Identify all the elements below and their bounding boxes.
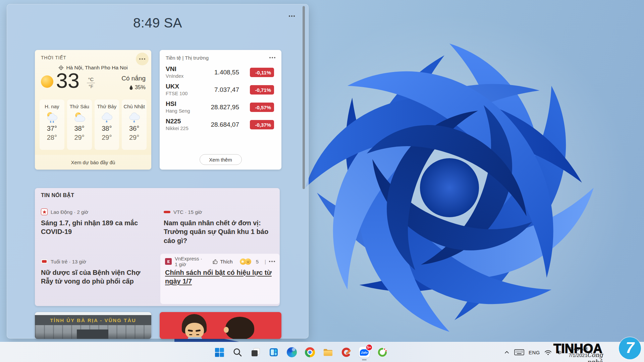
- forecast-low: 29°: [67, 134, 92, 141]
- news-item[interactable]: Lao Động · 2 giờ Sáng 1.7, ghi nhận 189 …: [41, 208, 152, 236]
- cloud-rain-icon: [100, 112, 113, 123]
- news-preview-card-building[interactable]: TỈNH ỦY BÀ RỊA - VŨNG TÀU: [35, 312, 151, 339]
- news-item[interactable]: VTC · 15 giờ Nam quân nhân chết ở đơn vị…: [164, 208, 276, 245]
- forecast-day-friday[interactable]: Thứ Sáu 38° 29°: [67, 100, 92, 150]
- finance-title: Tiền tệ | Thị trường: [166, 55, 209, 61]
- news-item-more-options-button[interactable]: [269, 258, 275, 265]
- more-options-icon: [139, 58, 141, 60]
- unit-fahrenheit[interactable]: °F: [89, 84, 93, 89]
- widgets-icon: [269, 347, 279, 357]
- tray-expand-button[interactable]: [504, 350, 510, 355]
- finance-more-options-button[interactable]: [267, 53, 278, 62]
- temperature-unit-toggle[interactable]: °C °F: [86, 76, 96, 89]
- wifi-icon[interactable]: [544, 350, 552, 355]
- news-headline[interactable]: Nam quân nhân chết ở đơn vị: Trường quân…: [164, 219, 276, 245]
- weather-condition: Có nắng: [121, 75, 146, 82]
- start-button[interactable]: [210, 344, 228, 361]
- precipitation-value: 35%: [135, 84, 146, 90]
- forecast-day-sunday[interactable]: Chủ Nhật 36° 29°: [122, 100, 147, 150]
- news-headline[interactable]: Sáng 1.7, ghi nhận 189 ca mắc COVID-19: [41, 219, 152, 236]
- notification-badge: 5+: [366, 344, 373, 351]
- thumbs-up-icon: [212, 258, 218, 264]
- ticker-value: 1.408,55: [214, 69, 239, 76]
- taskbar: Zalo 5+: [0, 342, 644, 362]
- finance-widget: Tiền tệ | Thị trường VNI VnIndex 1.408,5…: [160, 50, 281, 170]
- panel-more-options-button[interactable]: [286, 12, 298, 20]
- vtc-logo-icon: [164, 211, 170, 213]
- taskbar-icon-group: Zalo 5+: [210, 342, 391, 362]
- news-headline[interactable]: Nữ dược sĩ của Bệnh viện Chợ Rẫy tử vong…: [41, 268, 152, 286]
- news-meta-row: Lao Động · 2 giờ: [41, 208, 152, 216]
- news-item[interactable]: Tuổi trẻ · 13 giờ Nữ dược sĩ của Bệnh vi…: [41, 258, 152, 286]
- weather-full-forecast-link[interactable]: Xem dự báo đầy đủ: [35, 155, 151, 170]
- news-meta-row: VTC · 15 giờ: [164, 208, 276, 216]
- news-preview-card-illustration[interactable]: [160, 312, 281, 339]
- care-reaction-icon: [245, 258, 251, 265]
- tray-clock[interactable]: 8:49 AM 7/1/2021: [569, 346, 587, 359]
- forecast-day-saturday[interactable]: Thứ Bảy 38° 29°: [95, 100, 119, 150]
- search-icon: [232, 347, 243, 357]
- more-options-icon: [289, 15, 290, 17]
- folder-icon: [323, 347, 333, 357]
- illustration-eye: [189, 334, 192, 335]
- news-meta-row: VnExpress · 1 giờ Thích: [165, 258, 275, 265]
- news-meta-text: VTC · 15 giờ: [173, 209, 202, 215]
- forecast-high: 37°: [40, 125, 64, 132]
- language-indicator[interactable]: ENG: [529, 350, 540, 355]
- touch-keyboard-button[interactable]: [514, 349, 524, 356]
- ticker-change-badge: -0,37%: [250, 120, 274, 129]
- panel-scrollbar-thumb[interactable]: [303, 6, 305, 189]
- ccleaner-icon: [341, 347, 351, 357]
- tuoitre-logo-icon: [41, 259, 48, 264]
- sun-cloud-icon: [73, 112, 86, 123]
- edge-app-button[interactable]: [283, 344, 301, 361]
- weather-more-options-button[interactable]: [136, 53, 149, 65]
- building-banner-text: TỈNH ỦY BÀ RỊA - VŨNG TÀU: [50, 317, 136, 323]
- building-banner: TỈNH ỦY BÀ RỊA - VŨNG TÀU: [35, 315, 151, 325]
- current-temperature: 33: [56, 70, 79, 91]
- reaction-count: 5: [256, 259, 259, 264]
- finance-row-vni[interactable]: VNI VnIndex 1.408,55 -0,11%: [166, 65, 275, 81]
- forecast-low: 28°: [40, 134, 64, 141]
- edge-icon: [287, 347, 297, 357]
- chrome-app-button[interactable]: [301, 344, 319, 361]
- see-more-button[interactable]: Xem thêm: [200, 154, 242, 165]
- search-button[interactable]: [228, 344, 247, 361]
- zalo-app-button[interactable]: Zalo 5+: [355, 344, 373, 361]
- file-explorer-button[interactable]: [319, 344, 337, 361]
- widgets-panel: 8:49 SA THỜI TIẾT Hà Nội, Thanh Pho Ha N…: [7, 4, 309, 339]
- news-item-highlighted[interactable]: VnExpress · 1 giờ Thích: [160, 254, 280, 304]
- forecast-day-today[interactable]: H. nay 37° 28°: [40, 100, 64, 150]
- laodong-logo-icon: [41, 208, 48, 215]
- weather-title: THỜI TIẾT: [41, 55, 66, 60]
- running-app-indicator: [362, 359, 367, 360]
- weather-widget: THỜI TIẾT Hà Nội, Thanh Pho Ha Noi 33 °C…: [35, 50, 151, 170]
- forecast-day-label: Chủ Nhật: [122, 104, 147, 109]
- unit-divider: [87, 83, 95, 83]
- forecast-high: 38°: [95, 125, 119, 132]
- volume-icon[interactable]: [556, 350, 563, 355]
- news-meta-text: VnExpress · 1 giờ: [175, 256, 203, 267]
- unit-celsius[interactable]: °C: [88, 76, 94, 82]
- widgets-button[interactable]: [265, 344, 283, 361]
- ticker-value: 28.827,95: [211, 104, 239, 111]
- finance-row-hsi[interactable]: HSI Hang Seng 28.827,95 -0,57%: [166, 100, 275, 116]
- tray-date: 7/1/2021: [569, 352, 587, 359]
- panel-clock: 8:49 SA: [7, 15, 308, 31]
- sun-cloud-rain-icon: [45, 112, 59, 123]
- like-label: Thích: [220, 259, 233, 264]
- coccoc-app-button[interactable]: [373, 344, 391, 361]
- finance-row-n225[interactable]: N225 Nikkei 225 28.684,07 -0,37%: [166, 118, 275, 134]
- finance-row-ukx[interactable]: UKX FTSE 100 7.037,47 -0,71%: [166, 83, 275, 99]
- task-view-button[interactable]: [247, 344, 265, 361]
- forecast-high: 38°: [67, 125, 92, 132]
- ticker-change-badge: -0,57%: [250, 103, 274, 112]
- ccleaner-app-button[interactable]: [337, 344, 355, 361]
- desktop: 8:49 SA THỜI TIẾT Hà Nội, Thanh Pho Ha N…: [0, 0, 644, 362]
- vnexpress-logo-icon: [165, 258, 172, 265]
- tray-time: 8:49 AM: [569, 346, 587, 352]
- weather-location: Hà Nội, Thanh Pho Ha Noi: [35, 65, 151, 71]
- task-view-icon: [251, 347, 261, 357]
- news-headline[interactable]: Chính sách nổi bật có hiệu lực từ ngày 1…: [165, 268, 275, 286]
- like-button[interactable]: Thích: [212, 258, 233, 264]
